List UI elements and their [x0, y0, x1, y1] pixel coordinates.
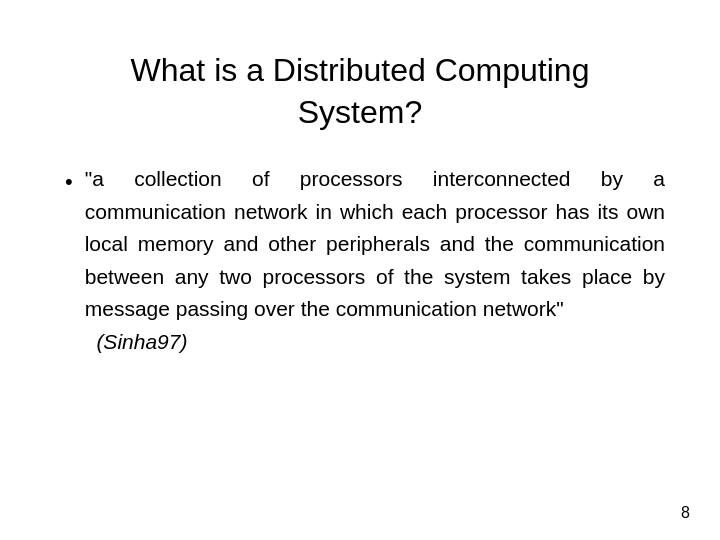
content-area: • "a collection of processors interconne… — [55, 163, 665, 510]
page-number: 8 — [681, 504, 690, 522]
bullet-text-main: "a collection of processors interconnect… — [85, 167, 665, 320]
title-line2: System? — [298, 94, 422, 130]
title-line1: What is a Distributed Computing — [131, 52, 590, 88]
title-area: What is a Distributed Computing System? — [55, 50, 665, 133]
bullet-item: • "a collection of processors interconne… — [65, 163, 665, 358]
slide: What is a Distributed Computing System? … — [0, 0, 720, 540]
bullet-text: "a collection of processors interconnect… — [85, 163, 665, 358]
bullet-citation: (Sinha97) — [96, 330, 187, 353]
slide-title: What is a Distributed Computing System? — [55, 50, 665, 133]
bullet-marker: • — [65, 165, 73, 198]
